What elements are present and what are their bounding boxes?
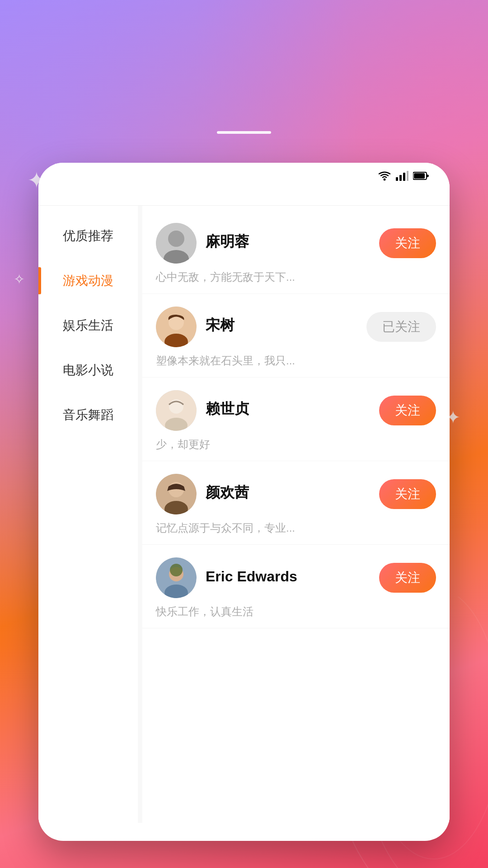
follow-btn-user3[interactable]: 关注 xyxy=(379,396,436,425)
user-desc-user2: 塑像本来就在石头里，我只... xyxy=(156,354,436,368)
user-desc-user5: 快乐工作，认真生活 xyxy=(156,604,436,619)
svg-rect-7 xyxy=(407,171,408,181)
user-card-user5: Eric Edwards 关注 快乐工作，认真生活 xyxy=(142,545,450,628)
svg-point-11 xyxy=(168,231,184,247)
sidebar-item-music_dance[interactable]: 音乐舞蹈 xyxy=(38,394,138,436)
avatar-user2 xyxy=(156,307,197,347)
avatar-user5 xyxy=(156,557,197,598)
user-desc-user3: 少，却更好 xyxy=(156,437,436,452)
svg-rect-6 xyxy=(403,173,405,181)
user-info-user3: 赖世贞 xyxy=(206,399,370,422)
sidebar-item-entertainment[interactable]: 娱乐生活 xyxy=(38,304,138,347)
main-title-container xyxy=(0,36,488,44)
user-card-user4: 颜欢茜 关注 记忆点源于与众不同，专业... xyxy=(142,461,450,545)
user-list[interactable]: 麻明蓉 关注 心中无敌，方能无敌于天下... 宋树 已关注 塑像本来就在石头里，… xyxy=(142,206,450,823)
svg-point-25 xyxy=(170,564,183,576)
battery-icon xyxy=(413,171,429,182)
user-info-user5: Eric Edwards xyxy=(206,568,370,588)
sidebar-item-game_anime[interactable]: 游戏动漫 xyxy=(38,259,138,302)
user-name-user2: 宋树 xyxy=(206,316,357,335)
svg-rect-9 xyxy=(414,173,425,179)
avatar-user4 xyxy=(156,474,197,514)
signal-icon xyxy=(396,171,408,183)
user-info-user2: 宋树 xyxy=(206,316,357,338)
user-info-user4: 颜欢茜 xyxy=(206,483,370,505)
sidebar-item-movie_novel[interactable]: 电影小说 xyxy=(38,349,138,392)
user-card-user3: 赖世贞 关注 少，却更好 xyxy=(142,377,450,461)
status-bar xyxy=(38,163,450,187)
follow-btn-user1[interactable]: 关注 xyxy=(379,228,436,258)
follow-btn-user5[interactable]: 关注 xyxy=(379,563,436,593)
content-area: 优质推荐游戏动漫娱乐生活电影小说音乐舞蹈 麻明蓉 关注 心中无敌，方能无敌于天下… xyxy=(38,206,450,823)
user-card-user2: 宋树 已关注 塑像本来就在石头里，我只... xyxy=(142,294,450,377)
svg-rect-5 xyxy=(399,175,402,181)
status-icons xyxy=(378,171,434,183)
title-divider xyxy=(217,131,271,134)
sidebar: 优质推荐游戏动漫娱乐生活电影小说音乐舞蹈 xyxy=(38,206,138,823)
phone-mockup: 优质推荐游戏动漫娱乐生活电影小说音乐舞蹈 麻明蓉 关注 心中无敌，方能无敌于天下… xyxy=(38,163,450,841)
user-name-user4: 颜欢茜 xyxy=(206,483,370,503)
user-desc-user1: 心中无敌，方能无敌于天下... xyxy=(156,270,436,284)
user-name-user5: Eric Edwards xyxy=(206,568,370,585)
user-desc-user4: 记忆点源于与众不同，专业... xyxy=(156,521,436,535)
svg-point-3 xyxy=(384,179,386,181)
user-card-user1: 麻明蓉 关注 心中无敌，方能无敌于天下... xyxy=(142,210,450,294)
svg-rect-4 xyxy=(396,177,398,181)
avatar-user3 xyxy=(156,390,197,431)
user-name-user1: 麻明蓉 xyxy=(206,232,370,252)
sidebar-item-quality[interactable]: 优质推荐 xyxy=(38,215,138,257)
app-header xyxy=(38,187,450,206)
follow-btn-user4[interactable]: 关注 xyxy=(379,479,436,509)
user-info-user1: 麻明蓉 xyxy=(206,232,370,255)
follow-btn-user2[interactable]: 已关注 xyxy=(366,312,436,342)
avatar-user1 xyxy=(156,223,197,264)
wifi-icon xyxy=(378,171,391,183)
user-name-user3: 赖世贞 xyxy=(206,399,370,419)
sparkle-3: ✧ xyxy=(14,271,25,287)
